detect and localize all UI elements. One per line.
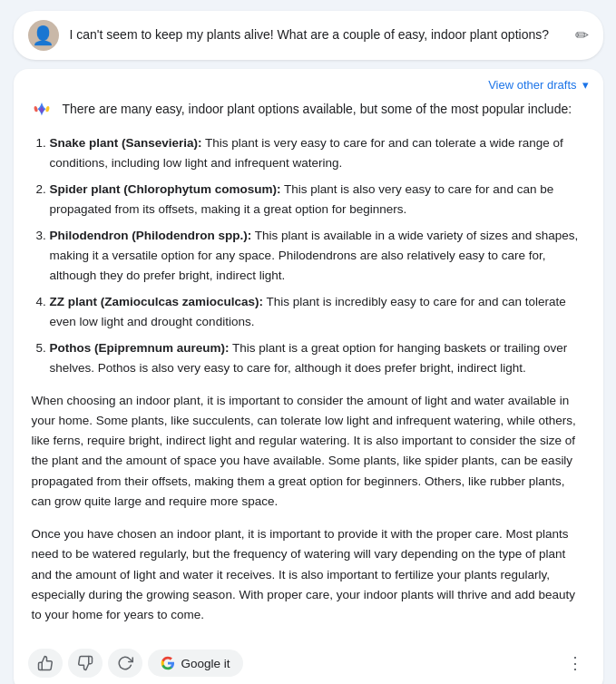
google-it-label: Google it: [181, 657, 230, 670]
thumbs-down-button[interactable]: [68, 649, 103, 678]
avatar: 👤: [28, 20, 59, 51]
thumbs-up-button[interactable]: [28, 649, 63, 678]
svg-point-1: [44, 106, 49, 112]
response-paragraph-1: When choosing an indoor plant, it is imp…: [32, 391, 585, 513]
response-intro: There are many easy, indoor plant option…: [63, 99, 572, 119]
list-item: ZZ plant (Zamioculcas zamioculcas): This…: [50, 292, 585, 331]
query-text: I can't seem to keep my plants alive! Wh…: [70, 26, 564, 44]
response-header: There are many easy, indoor plant option…: [32, 99, 585, 121]
view-other-drafts-link[interactable]: View other drafts: [488, 78, 576, 92]
response-card: View other drafts ▾ There are many easy,…: [14, 69, 603, 684]
plant-name-2: Spider plant (Chlorophytum comosum):: [50, 182, 281, 196]
drafts-bar: View other drafts ▾: [14, 69, 603, 99]
response-content: There are many easy, indoor plant option…: [14, 99, 603, 641]
chevron-down-icon[interactable]: ▾: [582, 78, 589, 92]
avatar-icon: 👤: [32, 24, 54, 46]
plant-name-3: Philodendron (Philodendron spp.):: [50, 229, 252, 242]
google-logo-icon: [161, 656, 175, 670]
query-bar: 👤 I can't seem to keep my plants alive! …: [14, 11, 603, 60]
edit-icon[interactable]: ✏: [575, 25, 589, 45]
svg-point-0: [33, 106, 37, 112]
refresh-icon: [117, 655, 133, 671]
action-bar: Google it ⋮: [14, 641, 603, 681]
main-container: 👤 I can't seem to keep my plants alive! …: [14, 11, 603, 684]
google-it-button[interactable]: Google it: [148, 650, 243, 677]
response-paragraph-2: Once you have chosen an indoor plant, it…: [32, 524, 585, 625]
list-item: Pothos (Epipremnum aureum): This plant i…: [50, 338, 585, 377]
list-item: Spider plant (Chlorophytum comosum): Thi…: [50, 180, 585, 219]
plant-name-5: Pothos (Epipremnum aureum):: [50, 341, 230, 355]
list-item: Philodendron (Philodendron spp.): This p…: [50, 226, 585, 285]
plant-list: Snake plant (Sansevieria): This plant is…: [32, 133, 585, 378]
list-item: Snake plant (Sansevieria): This plant is…: [50, 133, 585, 172]
bard-icon: [32, 101, 52, 121]
plant-name-4: ZZ plant (Zamioculcas zamioculcas):: [50, 295, 264, 308]
more-options-button[interactable]: ⋮: [562, 650, 589, 677]
thumbs-down-icon: [77, 655, 93, 671]
refresh-button[interactable]: [108, 649, 142, 678]
thumbs-up-icon: [37, 655, 54, 671]
plant-name-1: Snake plant (Sansevieria):: [50, 136, 202, 150]
